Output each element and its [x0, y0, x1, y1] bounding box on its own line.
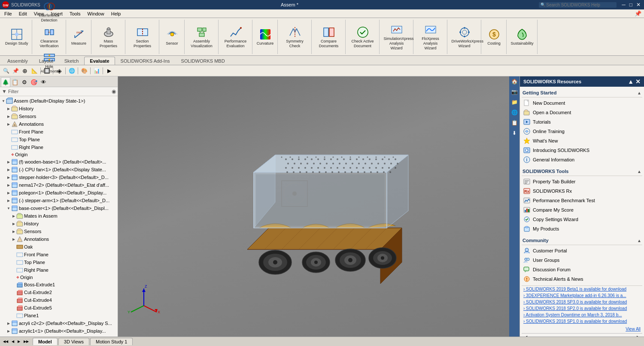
panel-tab-config[interactable]: ⚙ [20, 77, 29, 87]
news-item-5[interactable]: › Activation System Downtime on March 3,… [522, 312, 642, 318]
rp-open-document[interactable]: Open a Document [522, 108, 642, 117]
tree-item-annotations[interactable]: ▶ A Annotations [0, 120, 118, 128]
rp-user-groups[interactable]: User Groups [522, 255, 642, 265]
ac2-expander[interactable]: ▶ [6, 320, 11, 326]
history-child-expander[interactable]: ▶ [11, 221, 16, 227]
rp-discussion-forum[interactable]: Discussion Forum [522, 265, 642, 274]
sensors-child-expander[interactable]: ▶ [11, 228, 16, 234]
menu-file[interactable]: File [1, 10, 15, 17]
tab-layout[interactable]: Layout [33, 57, 59, 65]
tab-scroll-left2[interactable]: ◀ [10, 339, 15, 344]
tb2-globe-icon[interactable]: 🌐 [67, 67, 76, 75]
sidenav-download-icon[interactable]: ⬇ [509, 128, 519, 138]
news-item-6[interactable]: › SOLIDWORKS 2018 SP1.0 is available for… [522, 318, 642, 325]
tree-item-front-plane-child[interactable]: ▶ Front Plane [0, 251, 118, 258]
tool-driveworks[interactable]: DriveWorksXpress Wizard [451, 24, 478, 49]
sidenav-camera-icon[interactable]: 📷 [509, 87, 519, 97]
tool-section[interactable]: Section Properties [129, 24, 156, 49]
tab-evaluate[interactable]: Evaluate [84, 57, 115, 65]
rp-compare-score[interactable]: Compare My Score [522, 205, 642, 215]
rp-online-training[interactable]: Online Training [522, 127, 642, 136]
mates-expander[interactable]: ▶ [11, 213, 16, 219]
tree-item-cut-extrude4[interactable]: ▶ Cut-Extrude4 [0, 296, 118, 304]
tree-item-annotations-child[interactable]: ▶ Annotations [0, 235, 118, 243]
pin-icon[interactable]: 📌 [633, 10, 643, 17]
tool-interference[interactable]: Interference Detection [36, 0, 63, 24]
tool-assembly-vis[interactable]: Assembly Visualization [188, 24, 216, 49]
tool-clearance[interactable]: Clearance Verification [36, 24, 63, 49]
tree-item-cpu-fan[interactable]: ▶ (-) CPU fan<1> (Default<<Display State… [0, 166, 118, 173]
tree-item-oak[interactable]: ▶ Oak [0, 243, 118, 251]
n17-expander[interactable]: ▶ [6, 182, 11, 188]
view-all-link[interactable]: View All [626, 327, 641, 331]
tab-sketch[interactable]: Sketch [59, 57, 85, 65]
tab-scroll-right2[interactable]: ▶▶ [22, 339, 30, 344]
tb2-search-icon[interactable]: 🔍 [2, 67, 10, 75]
tree-item-right-plane[interactable]: ▶ Right Plane [0, 143, 118, 151]
tb2-filter-icon[interactable]: ⊕ [21, 67, 29, 75]
tool-mass[interactable]: Mass Properties [95, 24, 122, 49]
tree-item-acrylic1[interactable]: ▶ acrylic1<1> (Default<<Default>_Display… [0, 327, 118, 335]
btm-tab-3d-views[interactable]: 3D Views [58, 338, 89, 345]
tree-item-cut-extrude2[interactable]: ▶ Cut-Extrude2 [0, 288, 118, 296]
tool-check[interactable]: Check Active Document [349, 24, 377, 49]
tool-measure[interactable]: mm Measure [70, 27, 88, 47]
tool-curvature[interactable]: Curvature [256, 27, 275, 47]
rp-new-document[interactable]: New Document [522, 98, 642, 108]
tab-scroll-right[interactable]: ▶ [16, 339, 21, 344]
news-item-2[interactable]: › 3DEXPERIENCE Marketplace add-in 6.26.3… [522, 292, 642, 299]
history-expander[interactable]: ▶ [6, 106, 11, 112]
rp-customer-portal[interactable]: Customer Portal [522, 246, 642, 255]
tb2-expand-icon[interactable]: ▶ [105, 67, 113, 75]
tree-item-stepper-holder[interactable]: ▶ stepper-holder<3> (Default<<Default>_D… [0, 173, 118, 181]
panel-tab-display[interactable]: 👁 [39, 77, 48, 87]
tree-item-plane1[interactable]: ▶ Plane1 [0, 312, 118, 319]
btm-tab-motion-study[interactable]: Motion Study 1 [90, 338, 133, 345]
tb2-dim-icon[interactable]: ◈ [55, 67, 64, 75]
tab-assembly[interactable]: Assembly [2, 57, 33, 65]
tree-item-sensors[interactable]: ▶ Sensors [0, 112, 118, 120]
rp-scroll-left[interactable]: ◀ [523, 334, 527, 337]
tree-item-front-plane[interactable]: ▶ Front Plane [0, 128, 118, 136]
news-item-1[interactable]: › SOLIDWORKS 2019 Beta1 is available for… [522, 286, 642, 292]
tool-sensor[interactable]: Sensor [163, 27, 182, 47]
rp-tutorials[interactable]: Tutorials [522, 117, 642, 127]
menu-window[interactable]: Window [84, 10, 108, 17]
rp-general-info[interactable]: i General Information [522, 155, 642, 164]
minimize-button[interactable]: ─ [620, 2, 627, 8]
viewport[interactable]: X Y Z [118, 76, 509, 337]
rp-whats-new[interactable]: What's New [522, 136, 642, 146]
tool-compare[interactable]: Compare Documents [315, 24, 343, 49]
sensors-expander[interactable]: ▶ [6, 113, 11, 119]
sa-expander[interactable]: ▶ [6, 197, 11, 203]
panel-tab-properties[interactable]: 📋 [10, 77, 20, 87]
rp-scroll-right[interactable]: ▶ [637, 334, 641, 337]
panel-tab-dme[interactable]: 🎯 [29, 77, 39, 87]
tree-item-polegon[interactable]: ▶ polegon<1> (Default<<Default>_Display.… [0, 189, 118, 197]
sidenav-folder-icon[interactable]: 📁 [509, 97, 519, 107]
maximize-button[interactable]: □ [628, 2, 634, 8]
tab-mbd[interactable]: SOLIDWORKS MBD [176, 57, 231, 65]
tree-item-base-cover[interactable]: ▼ base-cover<1> (Default<<Default>_Displ… [0, 204, 118, 212]
menu-edit[interactable]: Edit [15, 10, 30, 17]
collapse-all-icon[interactable]: ◉ [112, 88, 116, 94]
rp-technical-alerts[interactable]: Technical Alerts & News [522, 274, 642, 284]
menu-tools[interactable]: Tools [66, 10, 84, 17]
tree-item-right-plane-child[interactable]: ▶ Right Plane [0, 266, 118, 274]
tree-item-history[interactable]: ▶ History [0, 105, 118, 112]
tool-design-study[interactable]: Design Study [4, 27, 29, 47]
news-item-4[interactable]: › SOLIDWORKS 2018 SP2.0 is available for… [522, 305, 642, 312]
tb2-pin-icon[interactable]: 📌 [11, 67, 20, 75]
rp-copy-settings[interactable]: Copy Settings Wizard [522, 215, 642, 224]
rp-my-products[interactable]: My Products [522, 224, 642, 234]
tab-scroll-left[interactable]: ◀◀ [2, 339, 9, 344]
tool-performance[interactable]: Performance Evaluation [222, 24, 249, 49]
annotations-expander[interactable]: ▶ [6, 121, 11, 127]
tb2-color-icon[interactable]: 🎨 [80, 67, 88, 75]
tree-item-origin[interactable]: ▶ ⌖ Origin [0, 151, 118, 158]
cf-expander[interactable]: ▶ [6, 167, 11, 173]
tool-sustainability[interactable]: Sustainability [510, 27, 535, 47]
annotations-child-expander[interactable]: ▶ [11, 236, 16, 242]
close-button[interactable]: ✕ [635, 2, 642, 8]
tree-item-sensors-child[interactable]: ▶ Sensors [0, 228, 118, 235]
